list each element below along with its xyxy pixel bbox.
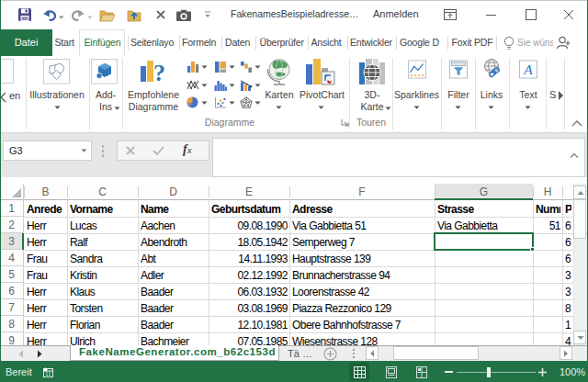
svg-text:A: A [523, 62, 533, 77]
svg-text:?: ? [153, 60, 165, 86]
